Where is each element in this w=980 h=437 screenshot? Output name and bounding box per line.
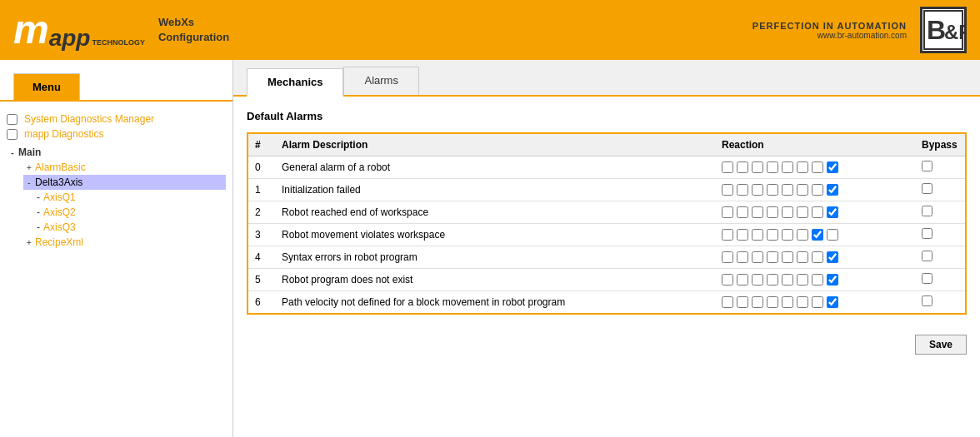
reaction-checkbox-1-6[interactable] xyxy=(812,184,823,196)
reaction-checkbox-2-4[interactable] xyxy=(782,206,793,218)
reaction-checkbox-3-2[interactable] xyxy=(752,229,763,241)
main-toggle: - xyxy=(7,148,18,157)
reaction-checkbox-4-5[interactable] xyxy=(797,251,808,263)
col-header-reaction: Reaction xyxy=(715,134,915,156)
reaction-checkbox-1-7[interactable] xyxy=(827,184,838,196)
sidebar-item-mapp-diagnostics[interactable]: mapp Diagnostics xyxy=(7,127,226,142)
reaction-checkbox-6-6[interactable] xyxy=(812,296,823,308)
reaction-checkbox-1-0[interactable] xyxy=(722,184,733,196)
reaction-checkbox-6-5[interactable] xyxy=(797,296,808,308)
reaction-checkbox-4-4[interactable] xyxy=(782,251,793,263)
cell-desc-5: Robot program does not exist xyxy=(275,269,715,291)
reaction-checkbox-0-3[interactable] xyxy=(767,161,778,173)
table-row: 0General alarm of a robot xyxy=(248,156,965,179)
reaction-checkbox-1-5[interactable] xyxy=(797,184,808,196)
tree-item-axisq1[interactable]: - AxisQ1 xyxy=(37,190,226,205)
reaction-checkbox-0-6[interactable] xyxy=(812,161,823,173)
reaction-checkbox-4-7[interactable] xyxy=(827,251,838,263)
reaction-checkbox-1-1[interactable] xyxy=(737,184,748,196)
reaction-checkbox-5-4[interactable] xyxy=(782,274,793,286)
sidebar-item-system-diagnostics[interactable]: System Diagnostics Manager xyxy=(7,112,226,127)
reaction-checkbox-2-6[interactable] xyxy=(812,206,823,218)
subtitle-line1: WebXs xyxy=(158,15,229,30)
reaction-checkbox-2-5[interactable] xyxy=(797,206,808,218)
bypass-checkbox-6[interactable] xyxy=(922,295,932,306)
save-button[interactable]: Save xyxy=(915,335,967,355)
reaction-checkbox-2-2[interactable] xyxy=(752,206,763,218)
reaction-checkbox-6-7[interactable] xyxy=(827,296,838,308)
tree-child2-axisq3[interactable]: - AxisQ3 xyxy=(7,220,226,235)
tree-child2-axisq2[interactable]: - AxisQ2 xyxy=(7,205,226,220)
reaction-checkbox-2-0[interactable] xyxy=(722,206,733,218)
br-logo: B &R xyxy=(920,7,967,53)
bypass-checkbox-2[interactable] xyxy=(922,206,932,216)
reaction-checkbox-3-3[interactable] xyxy=(767,229,778,241)
col-header-num: # xyxy=(248,134,275,156)
reaction-checkbox-3-6[interactable] xyxy=(812,229,823,241)
reaction-checkbox-1-4[interactable] xyxy=(782,184,793,196)
system-diagnostics-checkbox[interactable] xyxy=(7,114,18,125)
bypass-checkbox-0[interactable] xyxy=(922,161,932,171)
delta3axis-toggle: - xyxy=(23,178,35,187)
tree-child-alarmbasic[interactable]: + AlarmBasic xyxy=(7,160,226,175)
reaction-checkbox-2-7[interactable] xyxy=(827,206,838,218)
reaction-checkbox-5-2[interactable] xyxy=(752,274,763,286)
bypass-checkbox-3[interactable] xyxy=(922,228,932,239)
mapp-diagnostics-checkbox[interactable] xyxy=(7,129,18,140)
tree-item-axisq2[interactable]: - AxisQ2 xyxy=(37,205,226,220)
reaction-checkbox-6-1[interactable] xyxy=(737,296,748,308)
subtitle-line2: Configuration xyxy=(158,30,229,45)
tree-item-alarmbasic[interactable]: + AlarmBasic xyxy=(23,160,226,175)
reaction-checkbox-2-3[interactable] xyxy=(767,206,778,218)
reaction-checkbox-3-0[interactable] xyxy=(722,229,733,241)
svg-text:&R: &R xyxy=(944,21,964,43)
reaction-checkbox-4-3[interactable] xyxy=(767,251,778,263)
reaction-checkbox-5-0[interactable] xyxy=(722,274,733,286)
reaction-checkbox-5-1[interactable] xyxy=(737,274,748,286)
perfection-label: PERFECTION IN AUTOMATION xyxy=(752,21,907,31)
tree-child-recipexml[interactable]: + RecipeXml xyxy=(7,235,226,250)
bypass-checkbox-4[interactable] xyxy=(922,251,932,261)
reaction-checkbox-3-1[interactable] xyxy=(737,229,748,241)
tree-child-delta3axis[interactable]: - Delta3Axis xyxy=(7,175,226,190)
reaction-checkbox-1-3[interactable] xyxy=(767,184,778,196)
axisq1-label: AxisQ1 xyxy=(43,191,76,203)
reaction-checkbox-1-2[interactable] xyxy=(752,184,763,196)
cell-bypass-6 xyxy=(915,291,965,314)
reaction-checkbox-4-0[interactable] xyxy=(722,251,733,263)
tree-child2-axisq1[interactable]: - AxisQ1 xyxy=(7,190,226,205)
reaction-checkbox-4-6[interactable] xyxy=(812,251,823,263)
reaction-checkbox-2-1[interactable] xyxy=(737,206,748,218)
menu-tab[interactable]: Menu xyxy=(13,73,80,100)
reaction-checkbox-6-4[interactable] xyxy=(782,296,793,308)
reaction-checkbox-0-7[interactable] xyxy=(827,161,838,173)
reaction-checkbox-4-2[interactable] xyxy=(752,251,763,263)
cell-reaction-5 xyxy=(715,269,915,291)
reaction-checkbox-5-7[interactable] xyxy=(827,274,838,286)
tree-root-main: - Main xyxy=(7,145,226,160)
tree-item-axisq3[interactable]: - AxisQ3 xyxy=(37,220,226,235)
reaction-checkbox-5-6[interactable] xyxy=(812,274,823,286)
reaction-checkbox-0-4[interactable] xyxy=(782,161,793,173)
tab-mechanics[interactable]: Mechanics xyxy=(247,68,343,97)
reaction-checkbox-0-0[interactable] xyxy=(722,161,733,173)
reaction-checkbox-0-1[interactable] xyxy=(737,161,748,173)
tree-item-delta3axis[interactable]: - Delta3Axis xyxy=(23,175,226,190)
tree-item-recipexml[interactable]: + RecipeXml xyxy=(23,235,226,250)
reaction-checkbox-5-3[interactable] xyxy=(767,274,778,286)
bypass-checkbox-5[interactable] xyxy=(922,273,932,284)
tab-alarms[interactable]: Alarms xyxy=(343,67,418,95)
tree-section: - Main + AlarmBasic - Delta3Axis xyxy=(7,145,226,250)
reaction-checkbox-6-2[interactable] xyxy=(752,296,763,308)
reaction-checkbox-5-5[interactable] xyxy=(797,274,808,286)
reaction-checkbox-0-5[interactable] xyxy=(797,161,808,173)
reaction-checkbox-4-1[interactable] xyxy=(737,251,748,263)
bypass-checkbox-1[interactable] xyxy=(922,183,932,194)
reaction-checkbox-3-5[interactable] xyxy=(797,229,808,241)
reaction-checkbox-0-2[interactable] xyxy=(752,161,763,173)
reaction-checkbox-3-4[interactable] xyxy=(782,229,793,241)
reaction-checkbox-3-7[interactable] xyxy=(827,229,838,241)
header-subtitle: WebXs Configuration xyxy=(158,15,229,45)
reaction-checkbox-6-3[interactable] xyxy=(767,296,778,308)
reaction-checkbox-6-0[interactable] xyxy=(722,296,733,308)
